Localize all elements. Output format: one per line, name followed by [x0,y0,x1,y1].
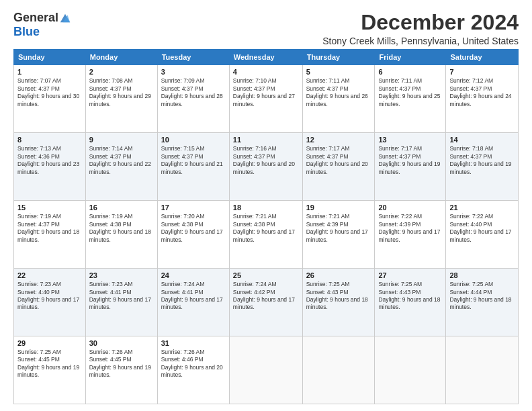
day-info: Sunrise: 7:17 AMSunset: 4:37 PMDaylight:… [378,145,440,175]
day-info: Sunrise: 7:15 AMSunset: 4:37 PMDaylight:… [161,145,223,175]
calendar-cell: 14Sunrise: 7:18 AMSunset: 4:37 PMDayligh… [446,133,519,201]
day-info: Sunrise: 7:25 AMSunset: 4:43 PMDaylight:… [378,281,440,310]
day-info: Sunrise: 7:22 AMSunset: 4:40 PMDaylight:… [449,213,511,242]
day-number: 7 [449,68,515,76]
day-info: Sunrise: 7:13 AMSunset: 4:36 PMDaylight:… [17,145,79,175]
calendar-cell: 30Sunrise: 7:26 AMSunset: 4:45 PMDayligh… [85,336,157,404]
day-number: 21 [449,203,515,212]
day-number: 31 [161,339,226,347]
day-info: Sunrise: 7:24 AMSunset: 4:42 PMDaylight:… [233,281,295,310]
day-info: Sunrise: 7:24 AMSunset: 4:41 PMDaylight:… [161,281,223,310]
calendar-cell: 27Sunrise: 7:25 AMSunset: 4:43 PMDayligh… [375,269,446,336]
day-info: Sunrise: 7:21 AMSunset: 4:38 PMDaylight:… [233,213,295,242]
col-header-wednesday: Wednesday [229,50,302,65]
col-header-saturday: Saturday [446,50,519,65]
day-number: 3 [161,68,226,76]
calendar-cell: 7Sunrise: 7:12 AMSunset: 4:37 PMDaylight… [446,65,519,133]
day-number: 22 [17,271,82,279]
calendar-cell: 16Sunrise: 7:19 AMSunset: 4:38 PMDayligh… [85,201,157,269]
day-info: Sunrise: 7:14 AMSunset: 4:37 PMDaylight:… [89,145,151,175]
day-number: 8 [17,136,82,144]
logo-blue-text: Blue [13,25,40,39]
calendar-cell: 9Sunrise: 7:14 AMSunset: 4:37 PMDaylight… [85,133,157,201]
col-header-monday: Monday [85,50,157,65]
day-info: Sunrise: 7:16 AMSunset: 4:37 PMDaylight:… [233,145,295,175]
day-number: 19 [306,203,371,212]
week-row-2: 8Sunrise: 7:13 AMSunset: 4:36 PMDaylight… [14,133,519,201]
calendar-table: SundayMondayTuesdayWednesdayThursdayFrid… [13,49,519,404]
day-info: Sunrise: 7:12 AMSunset: 4:37 PMDaylight:… [449,77,511,107]
calendar-cell: 18Sunrise: 7:21 AMSunset: 4:38 PMDayligh… [229,201,302,269]
day-number: 15 [17,203,82,212]
day-info: Sunrise: 7:25 AMSunset: 4:45 PMDaylight:… [17,349,79,378]
day-number: 14 [449,136,515,144]
day-number: 27 [378,271,442,279]
day-info: Sunrise: 7:26 AMSunset: 4:45 PMDaylight:… [89,349,151,378]
calendar-cell: 6Sunrise: 7:11 AMSunset: 4:37 PMDaylight… [375,65,446,133]
calendar-cell: 31Sunrise: 7:26 AMSunset: 4:46 PMDayligh… [157,336,229,404]
calendar-cell: 10Sunrise: 7:15 AMSunset: 4:37 PMDayligh… [157,133,229,201]
day-info: Sunrise: 7:11 AMSunset: 4:37 PMDaylight:… [306,77,368,107]
day-number: 17 [161,203,226,212]
calendar-cell: 24Sunrise: 7:24 AMSunset: 4:41 PMDayligh… [157,269,229,336]
calendar-cell: 25Sunrise: 7:24 AMSunset: 4:42 PMDayligh… [229,269,302,336]
calendar-cell: 11Sunrise: 7:16 AMSunset: 4:37 PMDayligh… [229,133,302,201]
day-info: Sunrise: 7:22 AMSunset: 4:39 PMDaylight:… [378,213,440,242]
calendar-cell: 26Sunrise: 7:25 AMSunset: 4:43 PMDayligh… [302,269,375,336]
col-header-thursday: Thursday [302,50,375,65]
day-info: Sunrise: 7:25 AMSunset: 4:43 PMDaylight:… [306,281,368,310]
calendar-cell [446,336,519,404]
month-title: December 2024 [322,11,519,34]
day-number: 23 [89,271,154,279]
day-number: 13 [378,136,442,144]
calendar-cell: 29Sunrise: 7:25 AMSunset: 4:45 PMDayligh… [14,336,86,404]
day-number: 9 [89,136,154,144]
day-number: 11 [233,136,299,144]
calendar-cell [375,336,446,404]
day-info: Sunrise: 7:23 AMSunset: 4:41 PMDaylight:… [89,281,151,310]
day-number: 20 [378,203,442,212]
day-number: 25 [233,271,299,279]
day-info: Sunrise: 7:09 AMSunset: 4:37 PMDaylight:… [161,77,223,107]
calendar-cell: 3Sunrise: 7:09 AMSunset: 4:37 PMDaylight… [157,65,229,133]
week-row-5: 29Sunrise: 7:25 AMSunset: 4:45 PMDayligh… [14,336,519,404]
week-row-4: 22Sunrise: 7:23 AMSunset: 4:40 PMDayligh… [14,269,519,336]
calendar-cell: 12Sunrise: 7:17 AMSunset: 4:37 PMDayligh… [302,133,375,201]
day-number: 12 [306,136,371,144]
day-number: 2 [89,68,154,76]
day-number: 5 [306,68,371,76]
day-info: Sunrise: 7:11 AMSunset: 4:37 PMDaylight:… [378,77,440,107]
calendar-cell: 22Sunrise: 7:23 AMSunset: 4:40 PMDayligh… [14,269,86,336]
day-number: 10 [161,136,226,144]
day-info: Sunrise: 7:26 AMSunset: 4:46 PMDaylight:… [161,349,223,378]
day-info: Sunrise: 7:25 AMSunset: 4:44 PMDaylight:… [449,281,511,310]
day-number: 4 [233,68,299,76]
day-number: 29 [17,339,82,347]
day-number: 28 [449,271,515,279]
calendar-cell: 8Sunrise: 7:13 AMSunset: 4:36 PMDaylight… [14,133,86,201]
calendar-cell: 1Sunrise: 7:07 AMSunset: 4:37 PMDaylight… [14,65,86,133]
day-info: Sunrise: 7:18 AMSunset: 4:37 PMDaylight:… [449,145,511,175]
day-info: Sunrise: 7:23 AMSunset: 4:40 PMDaylight:… [17,281,79,310]
calendar-cell: 23Sunrise: 7:23 AMSunset: 4:41 PMDayligh… [85,269,157,336]
calendar-cell: 5Sunrise: 7:11 AMSunset: 4:37 PMDaylight… [302,65,375,133]
day-number: 6 [378,68,442,76]
calendar-cell: 15Sunrise: 7:19 AMSunset: 4:37 PMDayligh… [14,201,86,269]
calendar-cell: 2Sunrise: 7:08 AMSunset: 4:37 PMDaylight… [85,65,157,133]
week-row-3: 15Sunrise: 7:19 AMSunset: 4:37 PMDayligh… [14,201,519,269]
calendar-cell: 21Sunrise: 7:22 AMSunset: 4:40 PMDayligh… [446,201,519,269]
day-number: 1 [17,68,82,76]
day-info: Sunrise: 7:08 AMSunset: 4:37 PMDaylight:… [89,77,151,107]
day-number: 16 [89,203,154,212]
calendar-cell [302,336,375,404]
calendar-cell [229,336,302,404]
day-info: Sunrise: 7:07 AMSunset: 4:37 PMDaylight:… [17,77,79,107]
calendar-cell: 19Sunrise: 7:21 AMSunset: 4:39 PMDayligh… [302,201,375,269]
calendar-cell: 17Sunrise: 7:20 AMSunset: 4:38 PMDayligh… [157,201,229,269]
day-number: 30 [89,339,154,347]
day-number: 26 [306,271,371,279]
col-header-sunday: Sunday [14,50,86,65]
calendar-cell: 13Sunrise: 7:17 AMSunset: 4:37 PMDayligh… [375,133,446,201]
logo: General Blue [13,11,71,39]
logo-general-text: General [13,11,58,25]
